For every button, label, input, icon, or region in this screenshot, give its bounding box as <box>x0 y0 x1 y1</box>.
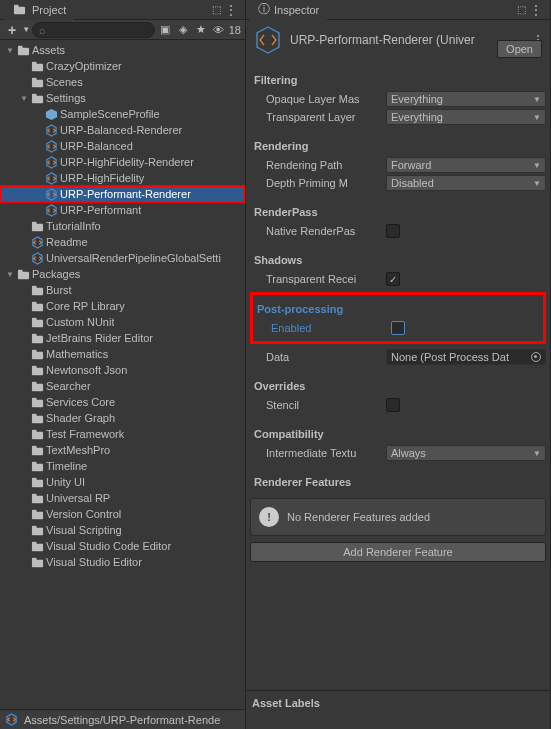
transparent-layer-dropdown[interactable]: Everything▼ <box>386 109 546 125</box>
open-button[interactable]: Open <box>497 40 542 58</box>
expand-arrow-icon[interactable]: ▼ <box>18 94 30 103</box>
tree-row[interactable]: Services Core <box>0 394 245 410</box>
tree-label: UniversalRenderPipelineGlobalSetti <box>46 252 221 264</box>
post-process-data-field[interactable]: None (Post Process Dat <box>386 349 546 365</box>
tree-label: Packages <box>32 268 80 280</box>
tree-row[interactable]: Searcher <box>0 378 245 394</box>
panel-menu-icon[interactable]: ⋮ <box>530 3 542 17</box>
svg-rect-3 <box>17 45 22 48</box>
tree-row[interactable]: Mathematics <box>0 346 245 362</box>
svg-rect-2 <box>17 47 28 54</box>
inspector-tab[interactable]: ⓘ Inspector <box>250 0 327 20</box>
native-renderpass-checkbox[interactable] <box>386 224 400 238</box>
section-title: Rendering <box>250 136 546 156</box>
tree-row[interactable]: Visual Studio Editor <box>0 554 245 570</box>
expand-arrow-icon[interactable]: ▼ <box>4 270 16 279</box>
intermediate-texture-dropdown[interactable]: Always▼ <box>386 445 546 461</box>
search-input[interactable]: ⌕ <box>32 22 155 38</box>
svg-rect-21 <box>17 271 28 278</box>
svg-rect-9 <box>31 93 36 96</box>
tree-row[interactable]: Visual Scripting <box>0 522 245 538</box>
inspector-header: URP-Performant-Renderer (Univer ⋮ Open <box>250 20 546 60</box>
svg-rect-50 <box>31 493 36 496</box>
svg-rect-24 <box>31 285 36 288</box>
tree-row[interactable]: URP-Balanced <box>0 138 245 154</box>
project-toolbar: +▼ ⌕ ▣ ◈ ★ 👁18 <box>0 20 245 40</box>
tree-row[interactable]: ▼Assets <box>0 42 245 58</box>
project-footer: Assets/Settings/URP-Performant-Rende <box>0 709 245 729</box>
tree-row[interactable]: Unity UI <box>0 474 245 490</box>
tree-row[interactable]: TutorialInfo <box>0 218 245 234</box>
tree-row[interactable]: ▼Packages <box>0 266 245 282</box>
svg-rect-32 <box>31 349 36 352</box>
tree-row[interactable]: ▼Settings <box>0 90 245 106</box>
panel-menu-icon[interactable]: ⋮ <box>225 3 237 17</box>
rendering-path-dropdown[interactable]: Forward▼ <box>386 157 546 173</box>
transparent-receive-checkbox[interactable] <box>386 272 400 286</box>
section-title: Shadows <box>250 250 546 270</box>
svg-rect-23 <box>31 287 42 294</box>
tree-row[interactable]: Shader Graph <box>0 410 245 426</box>
svg-rect-35 <box>31 383 42 390</box>
svg-rect-51 <box>31 511 42 518</box>
tree-row[interactable]: TextMeshPro <box>0 442 245 458</box>
tree-row[interactable]: SampleSceneProfile <box>0 106 245 122</box>
tree-row[interactable]: Version Control <box>0 506 245 522</box>
lock-icon[interactable]: ⬚ <box>212 4 221 15</box>
tree-row[interactable]: JetBrains Rider Editor <box>0 330 245 346</box>
urp-icon <box>44 123 58 137</box>
section-filtering: Filtering Opaque Layer MasEverything▼ Tr… <box>250 70 546 126</box>
tree-row[interactable]: Visual Studio Code Editor <box>0 538 245 554</box>
add-renderer-feature-button[interactable]: Add Renderer Feature <box>250 542 546 562</box>
tree-label: Visual Studio Code Editor <box>46 540 171 552</box>
opaque-layer-dropdown[interactable]: Everything▼ <box>386 91 546 107</box>
expand-arrow-icon[interactable]: ▼ <box>4 46 16 55</box>
tree-row[interactable]: URP-Performant <box>0 202 245 218</box>
tree-row[interactable]: Newtonsoft Json <box>0 362 245 378</box>
tree-row[interactable]: URP-HighFidelity-Renderer <box>0 154 245 170</box>
filter-label-icon[interactable]: ◈ <box>175 22 191 38</box>
svg-rect-0 <box>13 7 24 14</box>
tree-row[interactable]: CrazyOptimizer <box>0 58 245 74</box>
folder-icon <box>30 299 44 313</box>
lock-icon[interactable]: ⬚ <box>517 4 526 15</box>
tree-row[interactable]: UniversalRenderPipelineGlobalSetti <box>0 250 245 266</box>
tree-row[interactable]: Timeline <box>0 458 245 474</box>
svg-rect-34 <box>31 365 36 368</box>
tree-label: Custom NUnit <box>46 316 114 328</box>
tree-row[interactable]: URP-HighFidelity <box>0 170 245 186</box>
object-picker-icon[interactable] <box>531 352 541 362</box>
tree-label: Timeline <box>46 460 87 472</box>
tree-label: Universal RP <box>46 492 110 504</box>
field-label: Intermediate Textu <box>266 447 386 459</box>
tree-label: Shader Graph <box>46 412 115 424</box>
tree-row[interactable]: Universal RP <box>0 490 245 506</box>
tree-row[interactable]: Readme <box>0 234 245 250</box>
svg-rect-41 <box>31 431 42 438</box>
create-button[interactable]: + <box>4 22 20 38</box>
tree-row[interactable]: URP-Performant-Renderer <box>0 186 245 202</box>
post-processing-enabled-checkbox[interactable] <box>391 321 405 335</box>
stencil-checkbox[interactable] <box>386 398 400 412</box>
field-label: Data <box>266 351 386 363</box>
project-tree[interactable]: ▼AssetsCrazyOptimizerScenes▼SettingsSamp… <box>0 40 245 709</box>
asset-type-icon <box>252 24 284 56</box>
tree-row[interactable]: Custom NUnit <box>0 314 245 330</box>
tree-row[interactable]: URP-Balanced-Renderer <box>0 122 245 138</box>
hidden-icon[interactable]: 👁 <box>211 22 227 38</box>
tree-row[interactable]: Test Framework <box>0 426 245 442</box>
svg-rect-29 <box>31 335 42 342</box>
tree-row[interactable]: Burst <box>0 282 245 298</box>
favorite-icon[interactable]: ★ <box>193 22 209 38</box>
svg-rect-4 <box>31 63 42 70</box>
svg-rect-8 <box>31 95 42 102</box>
folder-icon <box>30 411 44 425</box>
depth-priming-dropdown[interactable]: Disabled▼ <box>386 175 546 191</box>
section-title: RenderPass <box>250 202 546 222</box>
tree-row[interactable]: Core RP Library <box>0 298 245 314</box>
svg-rect-37 <box>31 399 42 406</box>
tree-row[interactable]: Scenes <box>0 74 245 90</box>
svg-rect-30 <box>31 333 36 336</box>
filter-type-icon[interactable]: ▣ <box>157 22 173 38</box>
project-tab[interactable]: Project <box>4 0 74 20</box>
